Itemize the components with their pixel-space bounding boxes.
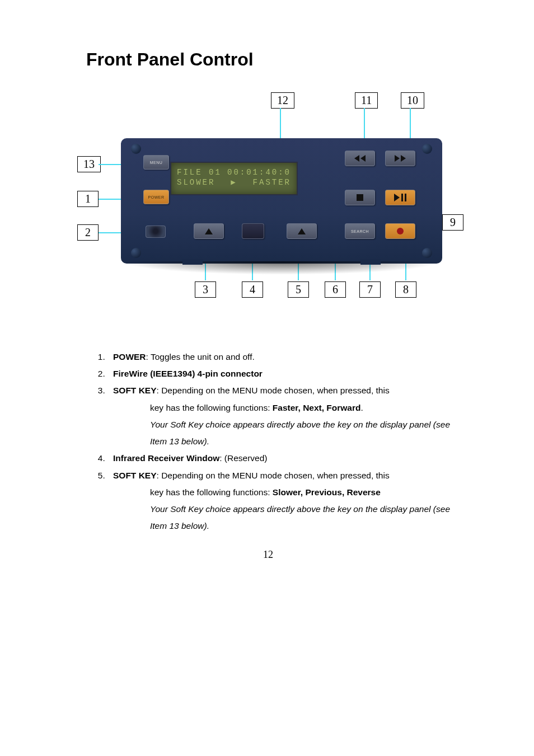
callout-12: 12 xyxy=(271,92,294,109)
lcd-play-indicator: ▶ xyxy=(231,177,237,187)
description-list: POWER: Toggles the unit on and off. Fire… xyxy=(86,349,450,534)
diagram: 12 11 10 13 1 2 9 3 4 5 6 7 8 xyxy=(86,92,450,316)
list-item-bold: Faster, Next, Forward xyxy=(273,403,361,412)
soft-key-right xyxy=(287,223,317,239)
screw-icon xyxy=(422,144,432,154)
callout-8: 8 xyxy=(395,281,416,298)
list-item-italic: Your Soft Key choice appears directly ab… xyxy=(150,504,450,530)
list-item-bold: POWER xyxy=(113,352,146,361)
callout-6: 6 xyxy=(325,281,346,298)
play-pause-button xyxy=(385,190,415,205)
device-panel: MENU POWER FILE 01 00:01:40:0 SLOWER ▶ F… xyxy=(121,138,442,264)
list-item: POWER: Toggles the unit on and off. xyxy=(107,349,450,365)
page-title: Front Panel Control xyxy=(86,49,450,70)
list-item-text: key has the following functions: xyxy=(150,403,273,412)
search-button: SEARCH xyxy=(345,223,375,239)
triangle-up-icon xyxy=(298,228,306,234)
lcd-display: FILE 01 00:01:40:0 SLOWER ▶ FASTER xyxy=(170,162,298,195)
list-item-text: : Depending on the MENU mode chosen, whe… xyxy=(157,386,390,395)
list-item-text: key has the following functions: xyxy=(150,487,273,497)
callout-3: 3 xyxy=(195,281,216,298)
menu-label: MENU xyxy=(150,161,163,165)
callout-9: 9 xyxy=(442,214,463,231)
soft-key-left xyxy=(194,223,224,239)
screw-icon xyxy=(131,248,141,258)
list-item-italic: Your Soft Key choice appears directly ab… xyxy=(150,420,450,446)
callout-13: 13 xyxy=(77,156,101,172)
device-shadow xyxy=(121,261,442,275)
list-item-bold: SOFT KEY xyxy=(113,471,157,480)
list-item-text: : Depending on the MENU mode chosen, whe… xyxy=(157,471,390,480)
callout-2: 2 xyxy=(77,224,99,241)
callout-7: 7 xyxy=(359,281,381,298)
page-number: 12 xyxy=(86,549,450,561)
callout-1: 1 xyxy=(77,191,99,207)
record-button xyxy=(385,223,415,239)
list-item: SOFT KEY: Depending on the MENU mode cho… xyxy=(107,467,450,535)
list-item: SOFT KEY: Depending on the MENU mode cho… xyxy=(107,382,450,450)
stop-button xyxy=(345,190,375,205)
lcd-faster: FASTER xyxy=(253,177,291,187)
play-pause-icon xyxy=(394,194,406,201)
rewind-icon xyxy=(354,155,366,162)
screw-icon xyxy=(422,248,432,258)
firewire-port-icon xyxy=(146,226,166,238)
lcd-slower: SLOWER xyxy=(177,177,215,187)
forward-icon xyxy=(395,155,406,162)
list-item-bold: FireWire (IEEE1394) 4-pin connector xyxy=(113,369,263,378)
power-label: POWER xyxy=(148,195,165,199)
list-item-bold: Infrared Receiver Window xyxy=(113,453,219,463)
list-item-bold: Slower, Previous, Reverse xyxy=(273,487,381,497)
search-label: SEARCH xyxy=(351,229,369,233)
stop-icon xyxy=(357,194,363,201)
lcd-time: 00:01:40:0 xyxy=(227,167,291,177)
triangle-up-icon xyxy=(205,228,213,234)
lcd-file: FILE 01 xyxy=(177,167,222,177)
list-item: FireWire (IEEE1394) 4-pin connector xyxy=(107,365,450,382)
list-item-bold: SOFT KEY xyxy=(113,386,157,395)
ir-window xyxy=(242,223,264,239)
power-button: POWER xyxy=(143,190,169,204)
callout-11: 11 xyxy=(355,92,378,109)
list-item: Infrared Receiver Window: (Reserved) xyxy=(107,450,450,467)
callout-5: 5 xyxy=(288,281,309,298)
callout-4: 4 xyxy=(242,281,263,298)
list-item-text: : Toggles the unit on and off. xyxy=(146,352,255,361)
rewind-button xyxy=(345,151,375,166)
menu-button: MENU xyxy=(143,155,169,170)
callout-10: 10 xyxy=(401,92,424,109)
forward-button xyxy=(385,151,415,166)
screw-icon xyxy=(131,144,141,154)
record-icon xyxy=(397,228,404,234)
list-item-text: : (Reserved) xyxy=(219,453,267,463)
